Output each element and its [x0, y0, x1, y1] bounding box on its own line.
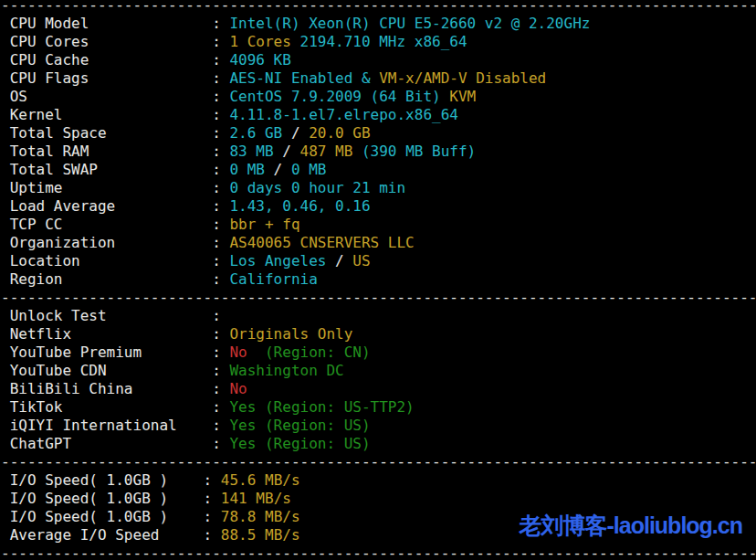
field-label: Total Space : — [1, 124, 229, 142]
terminal-line-load-average: Load Average : 1.43, 0.46, 0.16 — [1, 197, 756, 216]
field-value: 88.5 MB/s — [221, 526, 300, 544]
terminal-line-unlock-test: Unlock Test : — [1, 307, 756, 325]
field-value: Yes (Region: US) — [229, 417, 370, 434]
field-label: CPU Model : — [1, 15, 229, 32]
terminal-line-tcp-cc: TCP CC : bbr + fq — [1, 216, 756, 234]
field-label: CPU Cores : — [1, 33, 229, 50]
field-label: Unlock Test : — [1, 307, 229, 324]
field-value: bbr + fq — [229, 216, 299, 233]
terminal-line-cpu-flags: CPU Flags : AES-NI Enabled & VM-x/AMD-V … — [1, 69, 756, 88]
field-label: OS : — [1, 88, 229, 105]
field-value: No — [229, 380, 247, 397]
field-value: 0 MB — [229, 161, 265, 178]
terminal-line-organization: Organization : AS40065 CNSERVERS LLC — [1, 234, 756, 252]
field-value: 4096 KB — [229, 51, 290, 69]
field-label: I/O Speed( 1.0GB ) : — [1, 471, 221, 489]
field-label: Netflix : — [1, 325, 229, 343]
field-value: 1 Cores — [229, 33, 290, 50]
terminal-line-total-space: Total Space : 2.6 GB / 20.0 GB — [1, 124, 756, 143]
field-label: iQIYI International : — [1, 417, 229, 434]
field-label: Organization : — [1, 234, 229, 251]
field-value: (390 MB Buff) — [352, 143, 476, 160]
field-label: Uptime : — [1, 179, 229, 196]
terminal-line-location: Location : Los Angeles / US — [1, 252, 756, 270]
field-value: / — [265, 161, 291, 178]
terminal-line-bilibili-china: BiliBili China : No — [1, 380, 756, 398]
field-value: 0 MB — [291, 161, 327, 178]
field-value: California — [229, 270, 317, 288]
field-label: I/O Speed( 1.0GB ) : — [1, 508, 221, 525]
terminal-line-cpu-cores: CPU Cores : 1 Cores 2194.710 MHz x86_64 — [1, 33, 756, 51]
field-label: YouTube Premium : — [1, 343, 229, 361]
terminal-line-tiktok: TikTok : Yes (Region: US-TTP2) — [1, 398, 756, 417]
field-value: Washington DC — [229, 362, 343, 379]
field-value: / — [282, 124, 309, 142]
field-label: I/O Speed( 1.0GB ) : — [1, 490, 221, 507]
field-label: BiliBili China : — [1, 380, 229, 397]
terminal-line-youtube-premium: YouTube Premium : No (Region: CN) — [1, 343, 756, 362]
field-label: ChatGPT : — [1, 435, 229, 452]
field-value: (Region: CN) — [247, 343, 371, 361]
terminal-output: ----------------------------------------… — [1, 0, 756, 560]
terminal-line-uptime: Uptime : 0 days 0 hour 21 min — [1, 179, 756, 197]
terminal-line-iqiyi-international: iQIYI International : Yes (Region: US) — [1, 417, 756, 435]
separator-line: ----------------------------------------… — [1, 289, 756, 307]
terminal-line-i-o-speed-1-0gb-: I/O Speed( 1.0GB ) : 141 MB/s — [1, 490, 756, 508]
field-value: VM-x/AMD-V Disabled — [379, 69, 546, 87]
field-value: 1.43, 0.46, 0.16 — [229, 197, 370, 215]
field-value: 78.8 MB/s — [221, 508, 300, 525]
field-value: US — [352, 252, 370, 269]
field-value: Los Angeles — [229, 252, 326, 269]
separator-line: ----------------------------------------… — [1, 544, 756, 560]
terminal-line-youtube-cdn: YouTube CDN : Washington DC — [1, 362, 756, 380]
field-value: 83 MB — [229, 143, 273, 160]
field-label: TCP CC : — [1, 216, 229, 233]
separator-line: ----------------------------------------… — [1, 453, 756, 471]
field-value: 141 MB/s — [221, 490, 291, 507]
terminal-line-cpu-model: CPU Model : Intel(R) Xeon(R) CPU E5-2660… — [1, 15, 756, 33]
field-label: YouTube CDN : — [1, 362, 229, 379]
field-value: CentOS 7.9.2009 (64 Bit) — [229, 88, 449, 105]
field-value: AES-NI Enabled & — [229, 69, 379, 87]
field-value: No — [229, 343, 247, 361]
terminal-line-os: OS : CentOS 7.9.2009 (64 Bit) KVM — [1, 88, 756, 106]
terminal-line-kernel: Kernel : 4.11.8-1.el7.elrepo.x86_64 — [1, 106, 756, 124]
field-value: Yes (Region: US-TTP2) — [229, 398, 414, 416]
terminal-line-total-swap: Total SWAP : 0 MB / 0 MB — [1, 161, 756, 179]
field-value: Yes (Region: US) — [229, 435, 370, 452]
field-label: TikTok : — [1, 398, 229, 416]
field-value: Intel(R) Xeon(R) CPU E5-2660 v2 @ 2.20GH… — [229, 15, 590, 32]
terminal-line-cpu-cache: CPU Cache : 4096 KB — [1, 51, 756, 69]
field-value: Originals Only — [229, 325, 352, 343]
terminal-line-chatgpt: ChatGPT : Yes (Region: US) — [1, 435, 756, 453]
terminal-line-i-o-speed-1-0gb-: I/O Speed( 1.0GB ) : 45.6 MB/s — [1, 471, 756, 490]
field-value: 2194.710 MHz x86_64 — [291, 33, 467, 50]
field-value: AS40065 CNSERVERS LLC — [229, 234, 414, 251]
field-label: Region : — [1, 270, 229, 288]
field-label: Location : — [1, 252, 229, 269]
field-value: 45.6 MB/s — [221, 471, 300, 489]
field-value: 20.0 GB — [309, 124, 370, 142]
field-value: / — [274, 143, 300, 160]
field-label: Kernel : — [1, 106, 229, 123]
field-value: 4.11.8-1.el7.elrepo.x86_64 — [229, 106, 457, 123]
field-label: Average I/O Speed : — [1, 526, 221, 544]
field-label: CPU Flags : — [1, 69, 229, 87]
field-value: 0 days 0 hour 21 min — [229, 179, 405, 196]
field-value: / — [326, 252, 352, 269]
field-label: Load Average : — [1, 197, 229, 215]
watermark: 老刘博客-laoliublog.cn — [520, 511, 743, 541]
terminal-line-total-ram: Total RAM : 83 MB / 487 MB (390 MB Buff) — [1, 143, 756, 161]
field-label: Total SWAP : — [1, 161, 229, 178]
field-label: CPU Cache : — [1, 51, 229, 69]
field-value: 487 MB — [300, 143, 353, 160]
field-value: 2.6 GB — [229, 124, 282, 142]
field-label: Total RAM : — [1, 143, 229, 160]
terminal-line-region: Region : California — [1, 270, 756, 289]
terminal-line-netflix: Netflix : Originals Only — [1, 325, 756, 343]
separator-line: ----------------------------------------… — [1, 0, 756, 15]
field-value: KVM — [449, 88, 476, 105]
